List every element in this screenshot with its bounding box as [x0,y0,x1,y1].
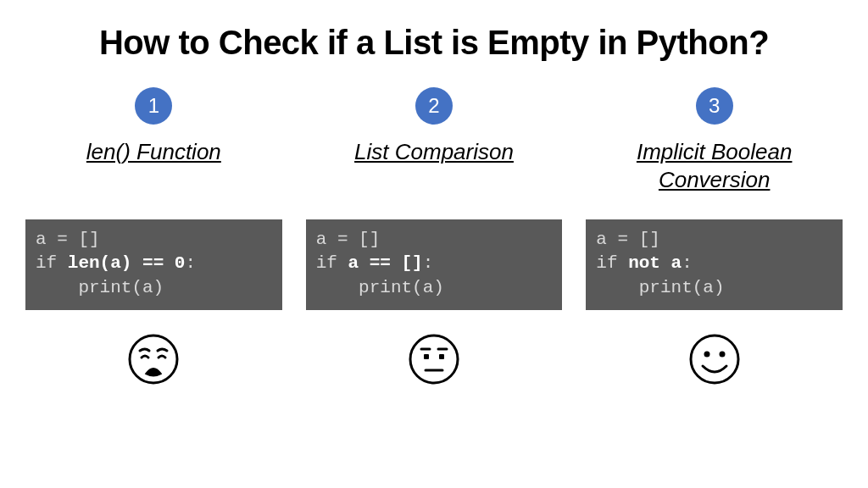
smiling-face-icon [687,332,742,386]
number-badge: 2 [415,87,453,125]
code-block: a = [] if a == []: print(a) [306,219,563,310]
code-line: a = [] [316,230,381,249]
code-line: a = [] [596,230,660,249]
svg-rect-4 [424,354,429,359]
method-column-1: 1 len() Function a = [] if len(a) == 0: … [25,87,282,488]
methods-row: 1 len() Function a = [] if len(a) == 0: … [25,87,843,488]
method-column-2: 2 List Comparison a = [] if a == []: pri… [306,87,563,488]
number-badge: 1 [135,87,172,125]
svg-point-9 [719,352,725,358]
weary-face-icon [126,332,181,386]
code-line: print(a) [36,278,164,297]
code-line: print(a) [596,278,724,297]
slide-container: How to Check if a List is Empty in Pytho… [0,0,868,488]
method-subtitle: Implicit Boolean Conversion [586,138,843,199]
svg-point-8 [704,352,709,358]
code-line: print(a) [316,278,444,297]
number-badge: 3 [696,87,733,125]
page-title: How to Check if a List is Empty in Pytho… [99,24,769,62]
svg-point-1 [410,336,458,383]
code-block: a = [] if len(a) == 0: print(a) [25,219,282,310]
method-subtitle: len() Function [86,138,221,199]
neutral-face-icon [407,332,461,386]
svg-rect-5 [439,354,444,359]
code-line: a = [] [36,230,100,249]
svg-point-7 [691,336,738,383]
code-line: if len(a) == 0: [36,253,196,273]
method-subtitle: List Comparison [354,138,514,199]
method-column-3: 3 Implicit Boolean Conversion a = [] if … [586,87,843,488]
code-line: if not a: [596,253,692,273]
code-line: if a == []: [316,253,434,273]
code-block: a = [] if not a: print(a) [586,219,843,310]
